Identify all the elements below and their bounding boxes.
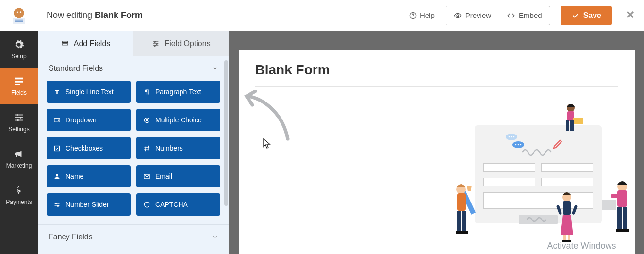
form-canvas[interactable]: Blank Form — [239, 50, 635, 254]
svg-point-43 — [520, 144, 521, 146]
tab-add-fields[interactable]: Add Fields — [38, 31, 133, 56]
envelope-icon — [143, 173, 150, 180]
svg-point-16 — [413, 17, 413, 17]
section-fancy-fields[interactable]: Fancy Fields — [38, 224, 229, 247]
scrollbar[interactable] — [224, 60, 228, 206]
svg-point-14 — [17, 119, 19, 121]
section-title: Standard Fields — [49, 64, 103, 73]
close-button[interactable] — [626, 9, 635, 22]
cursor-icon — [263, 138, 271, 149]
svg-point-38 — [511, 136, 512, 138]
svg-rect-65 — [617, 207, 622, 230]
svg-rect-6 — [15, 77, 23, 79]
paragraph-icon — [143, 88, 150, 96]
nav-label: Settings — [8, 126, 29, 133]
svg-rect-60 — [571, 205, 577, 215]
field-label: Email — [155, 172, 172, 180]
section-standard-fields[interactable]: Standard Fields — [38, 56, 229, 79]
nav-marketing[interactable]: Marketing — [0, 140, 38, 177]
radio-icon — [143, 117, 150, 124]
nav-payments[interactable]: Payments — [0, 177, 38, 213]
svg-point-30 — [56, 174, 58, 176]
tab-label: Field Options — [165, 39, 210, 48]
field-multiple-choice[interactable]: Multiple Choice — [136, 109, 220, 131]
svg-rect-61 — [602, 200, 616, 210]
svg-rect-51 — [462, 231, 468, 234]
field-number-slider[interactable]: Number Slider — [47, 193, 131, 216]
svg-rect-73 — [570, 120, 574, 131]
svg-rect-47 — [457, 193, 466, 211]
svg-point-42 — [517, 144, 519, 146]
help-link[interactable]: Help — [409, 11, 435, 19]
svg-rect-8 — [15, 84, 20, 85]
svg-point-41 — [515, 144, 516, 146]
field-numbers[interactable]: Numbers — [136, 137, 220, 159]
person-top-icon — [562, 103, 589, 137]
svg-rect-66 — [623, 207, 627, 230]
check-icon — [572, 12, 579, 19]
squiggle-icon — [526, 217, 550, 222]
slider-icon — [53, 201, 61, 208]
svg-rect-71 — [573, 118, 583, 124]
chat-bubbles-icon — [505, 132, 528, 152]
form-icon — [14, 76, 24, 86]
form-name: Blank Form — [95, 10, 143, 20]
close-icon — [626, 10, 635, 19]
empty-state-illustration — [446, 108, 644, 254]
field-label: CAPTCHA — [155, 201, 188, 208]
svg-rect-72 — [566, 120, 569, 131]
svg-marker-45 — [467, 186, 472, 191]
svg-point-37 — [508, 136, 510, 138]
dollar-icon — [14, 185, 24, 196]
svg-point-1 — [17, 11, 18, 13]
help-icon — [409, 12, 417, 19]
save-button[interactable]: Save — [561, 6, 612, 25]
svg-rect-49 — [462, 211, 466, 232]
svg-point-13 — [20, 117, 22, 119]
arrow-icon — [242, 90, 295, 144]
svg-rect-3 — [13, 18, 25, 24]
field-label: Single Line Text — [66, 88, 114, 96]
embed-label: Embed — [519, 11, 542, 19]
save-label: Save — [583, 11, 601, 20]
field-label: Number Slider — [66, 201, 109, 208]
svg-rect-68 — [623, 229, 629, 232]
svg-marker-54 — [561, 215, 573, 235]
svg-rect-50 — [456, 231, 462, 234]
field-checkboxes[interactable]: Checkboxes — [47, 137, 131, 159]
svg-rect-10 — [15, 117, 23, 118]
svg-rect-5 — [15, 21, 23, 22]
field-paragraph-text[interactable]: Paragraph Text — [136, 81, 220, 103]
field-name[interactable]: Name — [47, 165, 131, 187]
code-icon — [507, 12, 515, 19]
field-label: Multiple Choice — [155, 116, 202, 124]
divider — [255, 86, 618, 87]
preview-button[interactable]: Preview — [446, 6, 499, 25]
field-email[interactable]: Email — [136, 165, 220, 187]
sliders-icon — [14, 112, 24, 123]
nav-fields[interactable]: Fields — [0, 68, 38, 104]
svg-point-39 — [513, 136, 514, 138]
nav-settings[interactable]: Settings — [0, 104, 38, 140]
svg-rect-48 — [457, 211, 461, 232]
field-dropdown[interactable]: Dropdown — [47, 109, 131, 131]
tab-field-options[interactable]: Field Options — [133, 31, 229, 56]
field-single-line-text[interactable]: Single Line Text — [47, 81, 131, 103]
left-rail: Setup Fields Settings Marketing Payments — [0, 0, 38, 254]
nav-setup[interactable]: Setup — [0, 31, 38, 68]
field-label: Checkboxes — [66, 144, 103, 152]
bullhorn-icon — [14, 149, 24, 159]
editing-prefix: Now editing — [47, 10, 95, 20]
embed-button[interactable]: Embed — [499, 6, 550, 25]
dropdown-icon — [53, 117, 61, 124]
field-captcha[interactable]: CAPTCHA — [136, 193, 220, 216]
field-label: Numbers — [155, 144, 183, 152]
svg-rect-29 — [55, 146, 60, 151]
field-label: Name — [66, 172, 83, 180]
chevron-down-icon — [212, 234, 218, 240]
person-left-icon — [447, 181, 481, 244]
preview-label: Preview — [465, 11, 491, 19]
hash-icon — [143, 145, 150, 152]
watermark: Activate Windows — [547, 241, 616, 251]
add-icon — [61, 40, 69, 48]
